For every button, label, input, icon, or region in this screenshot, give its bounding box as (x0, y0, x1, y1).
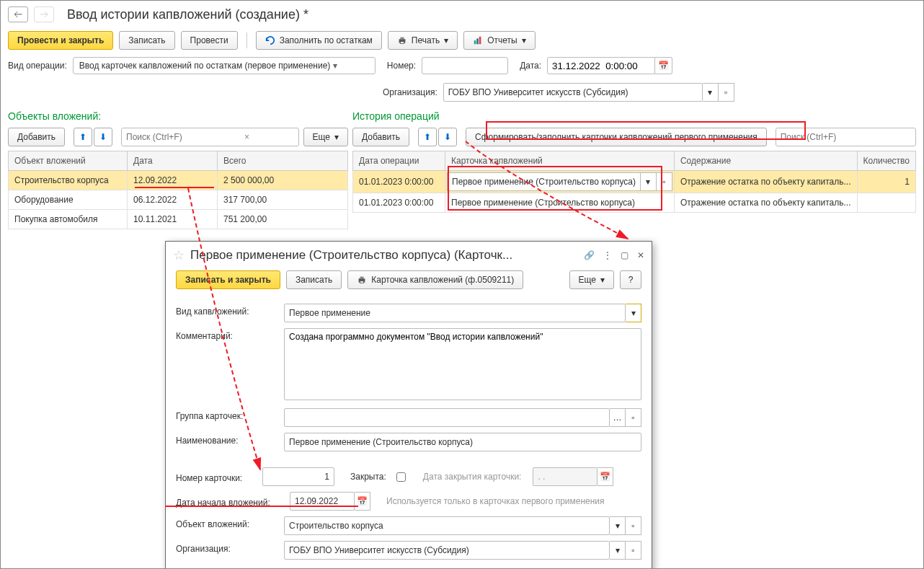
star-icon[interactable]: ☆ (173, 247, 185, 263)
closed-label: Закрыта: (350, 472, 386, 482)
col-qty[interactable]: Количество (857, 151, 915, 171)
open-icon[interactable]: ▫ (626, 516, 641, 535)
open-icon[interactable]: ▫ (657, 172, 672, 191)
page-title: Ввод истории капвложений (создание) * (67, 7, 308, 22)
table-row[interactable]: Покупка автомобиля 10.11.2021 751 200,00 (9, 210, 348, 229)
left-add-button[interactable]: Добавить (8, 128, 65, 146)
op-type-select[interactable]: Ввод карточек капвложений по остаткам (п… (73, 57, 376, 74)
link-icon[interactable]: 🔗 (584, 250, 595, 260)
table-row[interactable]: Строительство корпуса 12.09.2022 2 500 0… (9, 171, 348, 190)
nav-forward: 🡢 (34, 6, 54, 22)
move-down-icon[interactable]: ⬇ (94, 128, 112, 146)
start-date-label: Дата начала вложений: (176, 495, 283, 508)
move-down-icon[interactable]: ⬇ (438, 128, 457, 146)
group-label: Группа карточек: (176, 408, 277, 421)
number-input[interactable] (422, 57, 508, 74)
col-object[interactable]: Объект вложений (9, 151, 128, 171)
svg-rect-8 (360, 281, 364, 283)
ellipsis-icon[interactable]: … (610, 408, 626, 427)
obj-label: Объект вложений: (176, 516, 277, 529)
cardnum-input[interactable]: 1 (262, 467, 334, 486)
chevron-down-icon: ▾ (444, 35, 448, 45)
chevron-down-icon: ▾ (522, 35, 526, 45)
name-input[interactable]: Первое применение (Строительство корпуса… (284, 433, 641, 451)
chevron-down-icon: ▾ (600, 275, 605, 285)
write-button[interactable]: Записать (119, 31, 174, 50)
start-hint: Используется только в карточках первого … (386, 496, 605, 506)
form-cards-button[interactable]: Сформировать/заполнить карточки капвложе… (466, 128, 767, 146)
start-date-input[interactable]: 12.09.2022 (290, 492, 355, 511)
left-more-button[interactable]: Еще▾ (303, 128, 348, 146)
left-table: Объект вложений Дата Всего Строительство… (8, 151, 348, 229)
nav-back[interactable]: 🡠 (8, 6, 28, 22)
col-content[interactable]: Содержание (674, 151, 857, 171)
org-select[interactable]: ГОБУ ВПО Университет искусств (Субсидия) (443, 83, 703, 102)
maximize-icon[interactable]: ▢ (621, 250, 628, 260)
move-up-icon[interactable]: ⬆ (74, 128, 92, 146)
comment-textarea[interactable] (284, 328, 641, 400)
col-opdate[interactable]: Дата операции (353, 151, 445, 171)
type-label: Вид капвложений: (176, 304, 277, 317)
reports-button[interactable]: Отчеты▾ (463, 31, 535, 50)
org-label: Организация: (383, 87, 437, 97)
right-search-input[interactable] (776, 129, 893, 145)
right-table: Дата операции Карточка капвложений Содер… (352, 151, 916, 213)
clear-icon[interactable]: × (239, 132, 255, 142)
popup-print-button[interactable]: Карточка капвложений (ф.0509211) (347, 270, 523, 289)
calendar-icon[interactable]: 📅 (598, 467, 613, 486)
table-row[interactable]: 01.01.2023 0:00:00 Первое применение (Ст… (353, 171, 916, 193)
col-date[interactable]: Дата (128, 151, 218, 171)
table-row[interactable]: Оборудование 06.12.2022 317 700,00 (9, 190, 348, 210)
card-popup: ☆ Первое применение (Строительство корпу… (165, 241, 652, 569)
left-panel-title: Объекты вложений: (8, 106, 348, 126)
number-label: Номер: (387, 61, 416, 71)
calendar-icon[interactable]: 📅 (655, 57, 672, 74)
popup-write-button[interactable]: Записать (286, 270, 342, 289)
table-row[interactable]: 01.01.2023 0:00:00 Первое применение (Ст… (353, 193, 916, 213)
move-up-icon[interactable]: ⬆ (418, 128, 437, 146)
popup-org-select[interactable]: ГОБУ ВПО Университет искусств (Субсидия) (284, 541, 610, 560)
name-label: Наименование: (176, 433, 277, 446)
chevron-down-icon[interactable]: ▾ (610, 516, 626, 535)
chevron-down-icon[interactable]: ▾ (641, 172, 657, 191)
closed-checkbox[interactable] (396, 472, 406, 482)
comment-label: Комментарий: (176, 328, 277, 341)
obj-select[interactable]: Строительство корпуса (284, 516, 610, 535)
fill-by-button[interactable]: Заполнить по остаткам (256, 31, 382, 50)
left-search-input[interactable] (122, 129, 239, 145)
col-total[interactable]: Всего (218, 151, 348, 171)
svg-rect-2 (400, 42, 404, 44)
svg-rect-4 (476, 38, 479, 44)
svg-rect-7 (360, 277, 364, 279)
svg-rect-3 (474, 40, 476, 44)
open-icon[interactable]: ▫ (626, 541, 641, 560)
post-and-close-button[interactable]: Провести и закрыть (8, 31, 113, 50)
open-icon[interactable]: ▫ (719, 83, 734, 102)
svg-rect-1 (400, 38, 404, 40)
chevron-down-icon[interactable]: ▾ (703, 83, 719, 102)
date-label: Дата: (520, 61, 541, 71)
close-date-input: . . (533, 467, 598, 486)
op-type-label: Вид операции: (8, 61, 67, 71)
calendar-icon[interactable]: 📅 (355, 492, 370, 511)
chevron-down-icon: ▾ (334, 132, 339, 142)
popup-more-button[interactable]: Еще▾ (569, 270, 614, 289)
right-panel-title: История операций (352, 106, 916, 126)
date-input[interactable] (547, 57, 655, 74)
col-card[interactable]: Карточка капвложений (445, 151, 675, 171)
post-button[interactable]: Провести (181, 31, 238, 50)
group-input[interactable] (284, 408, 610, 427)
type-select[interactable]: Первое применение (284, 304, 626, 322)
help-button[interactable]: ? (620, 270, 641, 289)
close-icon[interactable]: ✕ (637, 250, 644, 260)
menu-icon[interactable]: ⋮ (603, 250, 612, 260)
popup-save-close-button[interactable]: Записать и закрыть (176, 270, 280, 289)
svg-rect-5 (479, 37, 481, 45)
popup-title: Первое применение (Строительство корпуса… (190, 248, 578, 263)
chevron-down-icon: ▾ (330, 61, 340, 71)
right-add-button[interactable]: Добавить (352, 128, 409, 146)
chevron-down-icon[interactable]: ▾ (610, 541, 626, 560)
chevron-down-icon[interactable]: ▾ (626, 304, 641, 322)
print-button[interactable]: Печать▾ (388, 31, 458, 50)
open-icon[interactable]: ▫ (626, 408, 641, 427)
